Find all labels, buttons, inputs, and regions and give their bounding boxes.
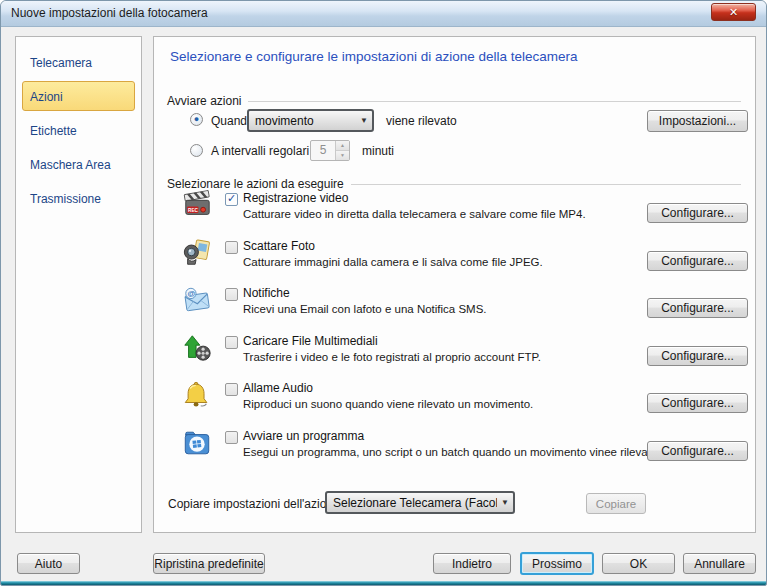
settings-button[interactable]: Impostazioni... xyxy=(647,110,748,132)
help-button[interactable]: Aiuto xyxy=(17,553,80,574)
action-title: Notifiche xyxy=(243,286,290,300)
sidebar-item-azioni[interactable]: Azioni xyxy=(22,81,135,111)
close-icon: ✕ xyxy=(729,7,738,18)
chevron-down-icon: ▼ xyxy=(497,498,513,507)
sidebar-item-maschera-area[interactable]: Maschera Area xyxy=(22,149,135,179)
spinner-up-icon[interactable]: ▲ xyxy=(336,141,349,151)
motion-trigger-value: movimento xyxy=(249,114,356,128)
action-title: Caricare File Multimediali xyxy=(243,334,378,348)
configure-audio-button[interactable]: Configurare... xyxy=(647,393,748,413)
action-desc: Catturare video in diretta dalla telecam… xyxy=(243,208,586,220)
page-title: Selezionare e configurare le impostazion… xyxy=(170,49,578,64)
sidebar-item-telecamera[interactable]: Telecamera xyxy=(22,47,135,77)
configure-program-button[interactable]: Configurare... xyxy=(647,441,748,461)
interval-label: A intervalli regolari di xyxy=(211,144,322,158)
interval-minutes-stepper[interactable]: 5 ▲ ▼ xyxy=(310,140,350,161)
spinner-down-icon[interactable]: ▼ xyxy=(336,151,349,160)
copy-source-select[interactable]: Selezionare Telecamera (Facoltativo) ▼ xyxy=(325,491,515,514)
when-detected-radio[interactable]: ● xyxy=(190,113,203,126)
action-desc: Trasferire i video e le foto registrati … xyxy=(243,351,541,363)
titlebar: Nuove impostazioni della fotocamera ✕ xyxy=(1,1,766,27)
configure-photo-button[interactable]: Configurare... xyxy=(647,251,748,271)
interval-radio[interactable] xyxy=(190,144,203,157)
reset-defaults-button[interactable]: Ripristina predefinite xyxy=(153,553,265,574)
svg-text:REC: REC xyxy=(188,208,198,213)
photo-checkbox[interactable] xyxy=(225,241,238,254)
action-desc: Catturare immagini dalla camera e li sal… xyxy=(243,256,543,268)
camera-settings-dialog: Nuove impostazioni della fotocamera ✕ Te… xyxy=(0,0,767,586)
action-row-video: REC ✓ Registrazione video Catturare vide… xyxy=(154,189,755,236)
window-bottom-edge xyxy=(1,581,766,585)
ok-button[interactable]: OK xyxy=(602,553,675,574)
photo-camera-icon xyxy=(182,238,212,268)
start-actions-group-header: Avviare azioni xyxy=(167,94,741,108)
group-divider xyxy=(248,101,741,102)
action-desc: Ricevi una Email con lafoto e una Notifi… xyxy=(243,303,487,315)
program-checkbox[interactable] xyxy=(225,431,238,444)
sidebar-item-trasmissione[interactable]: Trasmissione xyxy=(22,183,135,213)
program-icon xyxy=(182,428,212,458)
notifications-checkbox[interactable] xyxy=(225,288,238,301)
action-row-program: Avviare un programma Esegui un programma… xyxy=(154,427,755,474)
action-row-audio: Allame Audio Riproduci un suono quando v… xyxy=(154,379,755,426)
sidebar-item-etichette[interactable]: Etichette xyxy=(22,115,135,145)
main-panel: Selezionare e configurare le impostazion… xyxy=(153,36,756,533)
cancel-button[interactable]: Annullare xyxy=(683,553,756,574)
action-row-upload: Caricare File Multimediali Trasferire i … xyxy=(154,332,755,379)
copy-button[interactable]: Copiare xyxy=(586,493,646,514)
chevron-down-icon: ▼ xyxy=(356,116,372,125)
minutes-label: minuti xyxy=(362,144,394,158)
action-title: Registrazione video xyxy=(243,191,348,205)
sidebar: Telecamera Azioni Etichette Maschera Are… xyxy=(15,36,142,533)
action-title: Scattare Foto xyxy=(243,239,315,253)
action-title: Avviare un programma xyxy=(243,429,364,443)
audio-bell-icon xyxy=(182,380,212,410)
window-title: Nuove impostazioni della fotocamera xyxy=(11,1,208,26)
upload-checkbox[interactable] xyxy=(225,336,238,349)
start-actions-group-label: Avviare azioni xyxy=(167,94,241,108)
action-row-notifications: @ Notifiche Ricevi una Email con lafoto … xyxy=(154,284,755,331)
configure-notifications-button[interactable]: Configurare... xyxy=(647,298,748,318)
email-icon: @ xyxy=(182,285,212,315)
close-button[interactable]: ✕ xyxy=(711,3,756,21)
action-desc: Esegui un programma, uno script o un bat… xyxy=(243,446,660,458)
copy-source-value: Selezionare Telecamera (Facoltativo) xyxy=(327,496,497,510)
video-record-icon: REC xyxy=(182,190,212,220)
svg-text:@: @ xyxy=(187,289,195,298)
action-row-photo: Scattare Foto Catturare immagini dalla c… xyxy=(154,237,755,284)
next-button[interactable]: Prossimo xyxy=(520,552,594,575)
upload-media-icon xyxy=(182,333,212,363)
configure-video-button[interactable]: Configurare... xyxy=(647,203,748,223)
audio-checkbox[interactable] xyxy=(225,383,238,396)
motion-trigger-select[interactable]: movimento ▼ xyxy=(247,109,374,132)
interval-minutes-value: 5 xyxy=(311,141,335,160)
detected-label: viene rilevato xyxy=(386,114,457,128)
action-title: Allame Audio xyxy=(243,381,313,395)
back-button[interactable]: Indietro xyxy=(433,553,511,574)
radio-dot: ● xyxy=(194,115,199,124)
group-divider xyxy=(351,184,741,185)
video-checkbox[interactable]: ✓ xyxy=(225,193,238,206)
configure-upload-button[interactable]: Configurare... xyxy=(647,346,748,366)
action-desc: Riproduci un suono quando viene rilevato… xyxy=(243,398,533,410)
